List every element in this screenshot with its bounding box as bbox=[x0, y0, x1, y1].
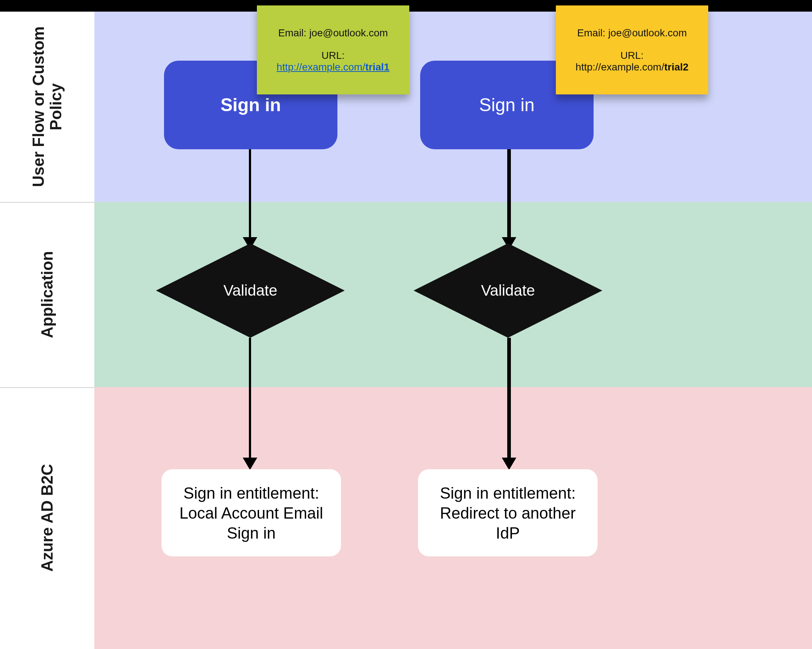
sticky-note-right: Email: joe@outlook.com URL: http://examp… bbox=[556, 5, 708, 95]
lane-label-azure-b2c: Azure AD B2C bbox=[0, 387, 94, 649]
lane-label-user-flow: User Flow or Custom Policy bbox=[0, 12, 94, 202]
sticky-url-label-right: URL: bbox=[575, 50, 688, 61]
sticky-url-right: URL: http://example.com/trial2 bbox=[575, 50, 688, 73]
arrow-right-2 bbox=[507, 338, 511, 461]
sticky-url-prefix-left[interactable]: http://example.com/ bbox=[276, 61, 365, 73]
sticky-note-left: Email: joe@outlook.com URL: http://examp… bbox=[257, 5, 409, 95]
signin-label-left: Sign in bbox=[221, 95, 281, 115]
result-label-left: Sign in entitlement: Local Account Email… bbox=[172, 483, 330, 543]
arrow-right-1 bbox=[507, 149, 511, 240]
result-label-right: Sign in entitlement: Redirect to another… bbox=[429, 483, 587, 543]
validate-label-right: Validate bbox=[414, 243, 602, 338]
sticky-url-label-left: URL: bbox=[276, 50, 389, 61]
validate-node-left: Validate bbox=[156, 243, 345, 338]
arrow-left-1 bbox=[249, 149, 251, 240]
arrowhead-left-2 bbox=[243, 458, 257, 470]
sticky-url-left: URL: http://example.com/trial1 bbox=[276, 50, 389, 73]
signin-label-right: Sign in bbox=[479, 95, 535, 115]
arrowhead-right-2 bbox=[502, 458, 516, 470]
sticky-email-right: Email: joe@outlook.com bbox=[577, 27, 687, 39]
validate-node-right: Validate bbox=[414, 243, 602, 338]
sticky-url-suffix-right: trial2 bbox=[664, 61, 688, 73]
arrow-left-2 bbox=[249, 338, 251, 461]
result-node-left: Sign in entitlement: Local Account Email… bbox=[162, 469, 341, 556]
sticky-url-prefix-right: http://example.com/ bbox=[575, 61, 664, 73]
validate-label-left: Validate bbox=[156, 243, 345, 338]
sticky-url-suffix-left[interactable]: trial1 bbox=[365, 61, 390, 73]
result-node-right: Sign in entitlement: Redirect to another… bbox=[418, 469, 598, 556]
lane-label-application: Application bbox=[0, 202, 94, 387]
sticky-email-left: Email: joe@outlook.com bbox=[278, 27, 388, 39]
